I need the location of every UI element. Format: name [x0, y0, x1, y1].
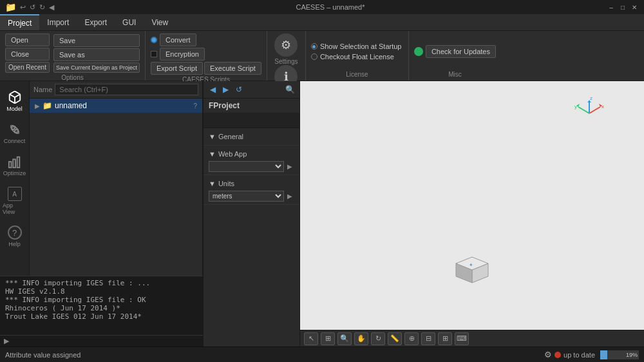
- connect-label: Connect: [4, 138, 26, 144]
- chart-icon: [8, 155, 22, 169]
- toolbar-misc-section: Check for Updates Misc: [409, 31, 501, 81]
- checkout-float-item[interactable]: Checkout Float License: [311, 53, 403, 61]
- props-general-header[interactable]: ▼ General: [209, 131, 294, 142]
- console-input[interactable]: [12, 337, 199, 345]
- vp-rotate-btn[interactable]: ↻: [371, 332, 385, 345]
- general-label: General: [218, 133, 243, 140]
- svg-line-6: [589, 107, 600, 113]
- tree-item-unnamed[interactable]: ▶ 📁 unnamed ?: [30, 99, 202, 113]
- webapp-dropdown[interactable]: [209, 161, 284, 172]
- webapp-expand-arrow: ▼: [209, 150, 216, 158]
- execute-script-btn[interactable]: Execute Script: [204, 62, 261, 75]
- sidebar-item-model[interactable]: Model: [0, 86, 29, 116]
- vp-align-btn[interactable]: ⊟: [421, 332, 435, 345]
- content-area: Model Connect Optimi: [0, 81, 644, 347]
- webapp-more-btn[interactable]: ▶: [285, 162, 294, 171]
- vp-fit-btn[interactable]: ⊞: [321, 332, 335, 345]
- export-script-btn[interactable]: Export Script: [151, 62, 203, 75]
- menu-gui[interactable]: GUI: [115, 14, 144, 30]
- save-btn[interactable]: Save: [53, 34, 140, 47]
- settings-icon-btn[interactable]: ⚙: [274, 33, 298, 57]
- show-selection-radio[interactable]: [311, 43, 317, 50]
- status-text: up to date: [564, 351, 595, 359]
- props-section-webapp: ▼ Web App ▶: [204, 146, 299, 175]
- checkout-float-radio[interactable]: [311, 53, 317, 60]
- svg-text:x: x: [601, 104, 604, 110]
- encryption-btn[interactable]: Encryption: [160, 48, 205, 61]
- menu-project[interactable]: Project: [0, 14, 39, 30]
- status-progress-fill: [600, 350, 607, 359]
- props-units-header[interactable]: ▼ Units: [209, 178, 294, 189]
- sidebar-item-appview[interactable]: A App View: [0, 183, 29, 219]
- viewport[interactable]: x y z: [300, 81, 644, 330]
- toolbar-file-section: Open Close Open Recent Save Save as Save…: [0, 31, 146, 81]
- project-icon: 📁: [43, 101, 52, 110]
- props-search-btn[interactable]: 🔍: [284, 84, 296, 95]
- svg-rect-4: [13, 159, 15, 167]
- console-log: *** INFO importing IGES file : ... HW IG…: [0, 276, 203, 335]
- restore-btn[interactable]: □: [618, 3, 627, 12]
- vp-pan-btn[interactable]: ✋: [354, 332, 368, 345]
- search-input[interactable]: [55, 84, 198, 95]
- titlebar: 📁 ↩ ↺ ↻ ◀ CAESES – unnamed* – □ ✕: [0, 0, 644, 14]
- show-selection-item[interactable]: Show Selection at Startup: [311, 43, 403, 50]
- license-label: License: [311, 70, 403, 78]
- console-line-3: Rhinoceros ( Jun 17 2014 )*: [5, 304, 198, 312]
- units-dropdown[interactable]: meters millimeters centimeters feet inch…: [209, 191, 284, 202]
- left-panel: Model Connect Optimi: [0, 81, 204, 347]
- settings-label: Settings: [274, 58, 298, 65]
- toolbar-scripts-section: Convert Encryption Export Script Execute…: [146, 31, 267, 81]
- options-label: Options: [5, 73, 140, 81]
- props-refresh-btn[interactable]: ↺: [233, 84, 245, 95]
- viewport-toolbar: ↖ ⊞ 🔍 ✋ ↻ 📏 ⊕ ⊟ ⊞ ⌨: [300, 330, 644, 347]
- check-updates-btn[interactable]: Check for Updates: [426, 45, 496, 58]
- sidebar-item-optimize[interactable]: Optimize: [0, 151, 29, 180]
- vp-measure-btn[interactable]: 📏: [388, 332, 402, 345]
- status-progress-bar: 19%: [600, 350, 639, 359]
- menu-import[interactable]: Import: [39, 14, 77, 30]
- vp-more-btn[interactable]: ⌨: [455, 332, 469, 345]
- props-back-btn[interactable]: ◀: [207, 84, 218, 95]
- menu-export[interactable]: Export: [77, 14, 115, 30]
- props-forward-btn[interactable]: ▶: [220, 84, 231, 95]
- sidebar-item-help[interactable]: ? Help: [0, 222, 29, 251]
- sidebar-item-connect[interactable]: Connect: [0, 119, 29, 148]
- vp-select-btn[interactable]: ↖: [304, 332, 318, 345]
- save-as-btn[interactable]: Save as: [53, 48, 140, 61]
- convert-indicator: [151, 37, 157, 43]
- open-recent-btn[interactable]: Open Recent: [5, 62, 50, 73]
- model-svg: ✦: [450, 244, 495, 289]
- open-btn[interactable]: Open: [5, 33, 50, 46]
- axis-indicator: x y z: [573, 94, 605, 126]
- sidebar-icons: Model Connect Optimi: [0, 81, 30, 276]
- props-toolbar: ◀ ▶ ↺ 🔍: [204, 81, 299, 99]
- toolbar: Open Close Open Recent Save Save as Save…: [0, 31, 644, 81]
- units-more-btn[interactable]: ▶: [285, 192, 294, 201]
- vp-snap-btn[interactable]: ⊕: [404, 332, 419, 345]
- model-label: Model: [6, 106, 23, 112]
- general-expand-arrow: ▼: [209, 133, 216, 140]
- minimize-btn[interactable]: –: [607, 3, 616, 12]
- close-btn[interactable]: ✕: [630, 3, 639, 12]
- app-icon: A: [8, 187, 22, 201]
- props-title: FProject: [204, 99, 299, 113]
- console-area: *** INFO importing IGES file : ... HW IG…: [0, 276, 203, 347]
- vp-grid-btn[interactable]: ⊞: [438, 332, 452, 345]
- help-label: Help: [8, 241, 21, 247]
- left-top: Model Connect Optimi: [0, 81, 203, 276]
- menu-view[interactable]: View: [144, 14, 176, 30]
- close-btn-toolbar[interactable]: Close: [5, 48, 50, 61]
- show-selection-label: Show Selection at Startup: [320, 43, 402, 50]
- props-webapp-header[interactable]: ▼ Web App: [209, 148, 294, 160]
- units-label: Units: [218, 180, 234, 187]
- check-updates-indicator: [414, 47, 423, 56]
- console-input-row: ▶: [0, 335, 203, 347]
- convert-btn[interactable]: Convert: [160, 33, 196, 46]
- save-current-btn[interactable]: Save Current Design as Project: [53, 62, 140, 73]
- link-icon: [8, 122, 22, 137]
- status-indicator: ⚙ up to date: [544, 350, 595, 359]
- window-title: CAESES – unnamed*: [54, 3, 607, 11]
- misc-label: Misc: [414, 70, 496, 78]
- toolbar-file-buttons: Open Close Open Recent Save Save as Save…: [5, 33, 140, 73]
- vp-zoom-btn[interactable]: 🔍: [337, 332, 352, 345]
